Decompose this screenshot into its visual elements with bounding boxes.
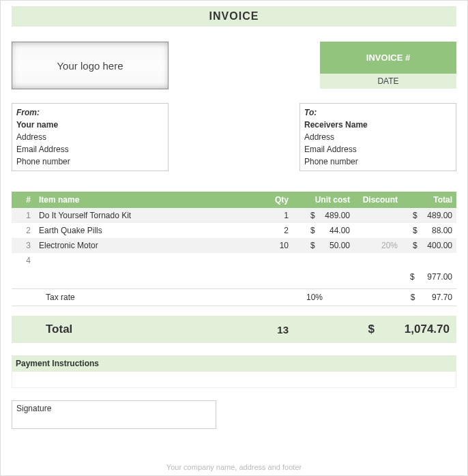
col-unit: Unit cost [293, 192, 354, 208]
invoice-meta: INVOICE # DATE [320, 42, 456, 89]
address-row: From: Your name Address Email Address Ph… [12, 103, 456, 171]
table-row: 1Do It Yourself Tornado Kit1$489.00$489.… [12, 208, 456, 223]
col-qty: Qty [259, 192, 293, 208]
table-header-row: # Item name Qty Unit cost Discount Total [12, 192, 456, 208]
grand-total-label: Total [16, 323, 220, 336]
table-row: 2Earth Quake Pills2$44.00$88.00 [12, 223, 456, 238]
page-title: INVOICE [12, 6, 456, 27]
subtotal-currency: $ [410, 272, 418, 282]
payment-instructions-header: Payment Instructions [12, 355, 456, 372]
to-phone: Phone number [304, 155, 452, 168]
signature-label: Signature [16, 404, 51, 413]
grand-total-qty: 13 [220, 324, 289, 336]
grand-total-currency: $ [354, 323, 375, 336]
col-num: # [12, 192, 35, 208]
tax-amount: 97.70 [421, 293, 452, 302]
signature-box[interactable]: Signature [12, 400, 216, 429]
payment-instructions-body[interactable] [12, 372, 456, 388]
col-item: Item name [35, 192, 259, 208]
subtotal-row: $ 977.00 [12, 268, 456, 288]
from-phone: Phone number [16, 155, 164, 168]
from-header: From: [16, 106, 164, 119]
to-name: Receivers Name [304, 119, 452, 131]
tax-rate: 10% [220, 293, 398, 302]
tax-currency: $ [411, 293, 419, 302]
tax-amount-cell: $ 97.70 [398, 293, 452, 302]
from-block: From: Your name Address Email Address Ph… [12, 103, 169, 171]
subtotal-amount: 977.00 [418, 272, 452, 282]
table-row: 3Electronic Motor10$50.0020%$400.00 [12, 238, 456, 253]
logo-placeholder[interactable]: Your logo here [12, 42, 169, 89]
to-address: Address [304, 131, 452, 143]
invoice-number-label: INVOICE # [320, 42, 456, 74]
col-total: Total [402, 192, 456, 208]
tax-label: Tax rate [16, 293, 220, 302]
to-block: To: Receivers Name Address Email Address… [299, 103, 456, 171]
items-table: # Item name Qty Unit cost Discount Total… [12, 192, 456, 268]
from-address: Address [16, 131, 164, 143]
to-header: To: [304, 106, 452, 119]
table-row: 4 [12, 253, 456, 268]
from-email: Email Address [16, 143, 164, 155]
top-row: Your logo here INVOICE # DATE [12, 42, 456, 89]
grand-total-row: Total 13 $ 1,074.70 [12, 316, 456, 343]
footer-text: Your company name, address and footer [1, 463, 467, 471]
items-body: 1Do It Yourself Tornado Kit1$489.00$489.… [12, 208, 456, 268]
invoice-date-label: DATE [320, 74, 456, 89]
to-email: Email Address [304, 143, 452, 155]
col-discount: Discount [354, 192, 402, 208]
tax-row: Tax rate 10% $ 97.70 [12, 288, 456, 306]
from-name: Your name [16, 119, 164, 131]
invoice-page: INVOICE Your logo here INVOICE # DATE Fr… [0, 0, 468, 476]
grand-total-amount: 1,074.70 [375, 323, 452, 336]
